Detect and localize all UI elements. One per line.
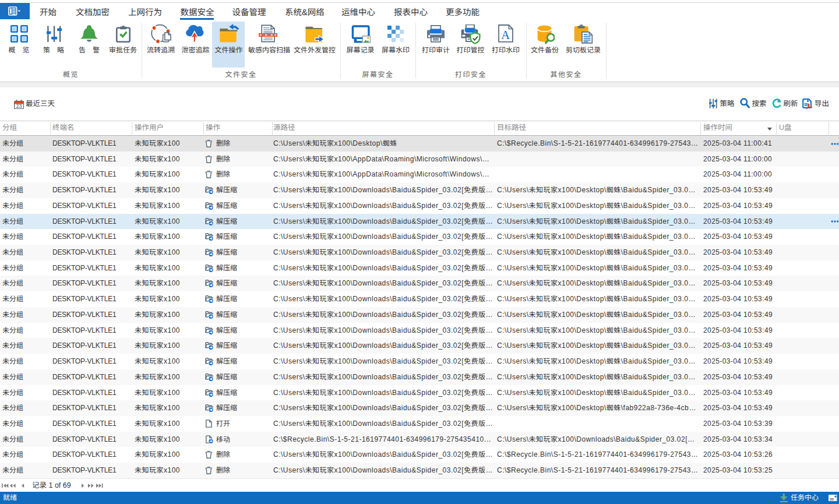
svg-text:A: A	[501, 28, 510, 42]
svg-text:23: 23	[16, 103, 22, 109]
